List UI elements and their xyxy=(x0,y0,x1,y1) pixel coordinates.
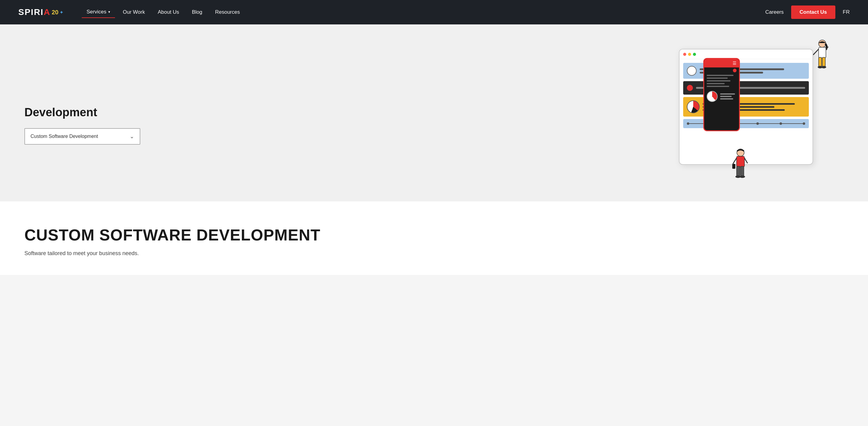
svg-rect-14 xyxy=(741,166,744,176)
svg-rect-11 xyxy=(732,164,735,169)
service-dropdown[interactable]: Custom Software Development ⌄ xyxy=(24,128,140,145)
svg-rect-4 xyxy=(818,57,822,66)
contact-us-button[interactable]: Contact Us xyxy=(791,5,836,19)
svg-rect-9 xyxy=(737,156,744,167)
svg-rect-5 xyxy=(822,57,825,66)
dropdown-value: Custom Software Development xyxy=(31,134,98,139)
logo[interactable]: SPIRIA 20 ✦ xyxy=(18,7,63,17)
language-toggle[interactable]: FR xyxy=(843,9,850,15)
services-chevron-icon: ▾ xyxy=(108,10,110,14)
logo-spiri: SPIRI xyxy=(18,7,43,17)
nav-our-work[interactable]: Our Work xyxy=(118,7,150,18)
nav-about-us[interactable]: About Us xyxy=(153,7,184,18)
hero-illustration: ☰ xyxy=(685,34,844,195)
section-subtitle: Software tailored to meet your business … xyxy=(24,250,844,256)
svg-line-10 xyxy=(733,158,737,164)
navbar: SPIRIA 20 ✦ Services ▾ Our Work About Us… xyxy=(0,0,868,24)
logo-20: 20 xyxy=(52,9,58,15)
svg-line-2 xyxy=(813,49,818,55)
nav-links: Services ▾ Our Work About Us Blog Resour… xyxy=(82,6,766,18)
hero-title: Development xyxy=(24,106,140,119)
hero-content: Development Custom Software Development … xyxy=(24,106,140,145)
nav-blog[interactable]: Blog xyxy=(187,7,207,18)
nav-resources[interactable]: Resources xyxy=(210,7,245,18)
man-figure xyxy=(732,148,749,185)
nav-careers[interactable]: Careers xyxy=(765,9,783,15)
svg-point-0 xyxy=(818,40,826,47)
section-main-title: CUSTOM SOFTWARE DEVELOPMENT xyxy=(24,226,844,244)
svg-rect-13 xyxy=(737,166,740,176)
nav-right: Careers Contact Us FR xyxy=(765,5,850,19)
lower-content-section: CUSTOM SOFTWARE DEVELOPMENT Software tai… xyxy=(0,202,868,275)
svg-line-12 xyxy=(744,158,747,163)
logo-a: A xyxy=(43,7,50,17)
dashboard-tablet xyxy=(679,49,813,165)
svg-point-7 xyxy=(822,66,826,68)
dropdown-chevron-icon: ⌄ xyxy=(130,133,134,140)
hero-section: Development Custom Software Development … xyxy=(0,24,868,202)
svg-point-16 xyxy=(740,176,745,178)
nav-services[interactable]: Services ▾ xyxy=(82,6,115,18)
phone-overlay: ☰ xyxy=(703,58,740,131)
svg-rect-1 xyxy=(818,47,826,58)
logo-decoration: ✦ xyxy=(60,9,63,15)
